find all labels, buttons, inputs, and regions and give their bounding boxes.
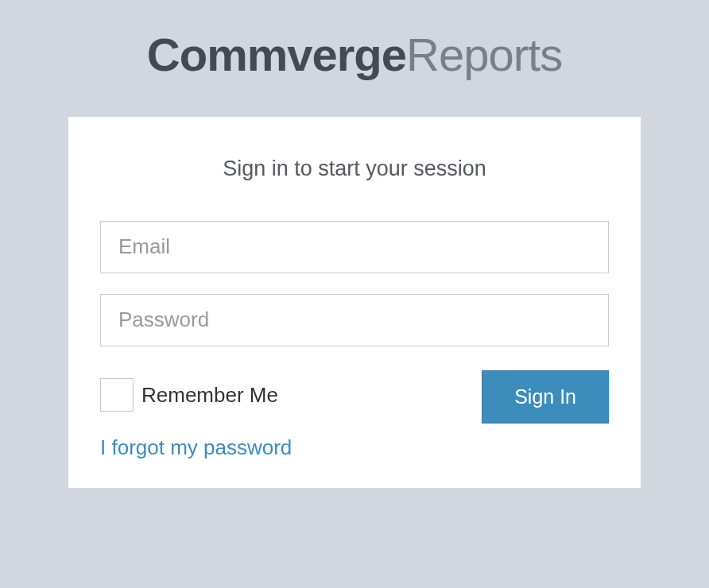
- remember-me-row[interactable]: Remember Me: [100, 378, 292, 412]
- remember-checkbox[interactable]: [100, 378, 134, 412]
- form-left-column: Remember Me I forgot my password: [100, 370, 292, 460]
- password-field[interactable]: [100, 294, 609, 346]
- remember-label: Remember Me: [141, 383, 278, 408]
- form-footer: Remember Me I forgot my password Sign In: [100, 370, 609, 460]
- login-subtitle: Sign in to start your session: [100, 157, 609, 181]
- login-box: Sign in to start your session Remember M…: [68, 117, 641, 488]
- brand-light: Reports: [406, 29, 562, 80]
- brand-title: CommvergeReports: [68, 28, 641, 81]
- brand-bold: Commverge: [147, 29, 406, 80]
- login-wrapper: CommvergeReports Sign in to start your s…: [68, 0, 641, 488]
- signin-button[interactable]: Sign In: [482, 370, 609, 424]
- email-field[interactable]: [100, 221, 609, 273]
- forgot-password-link[interactable]: I forgot my password: [100, 435, 292, 460]
